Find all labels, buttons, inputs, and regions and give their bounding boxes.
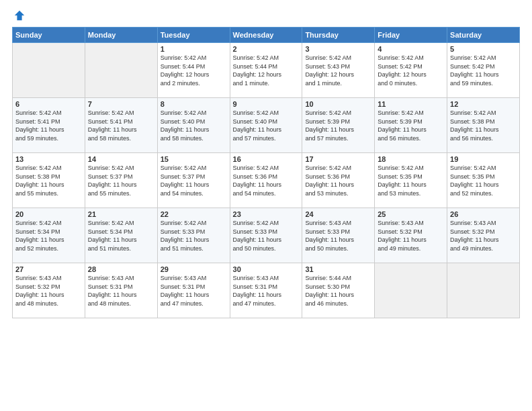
calendar-cell	[375, 263, 447, 318]
day-info: Sunrise: 5:42 AM Sunset: 5:39 PM Dayligh…	[378, 109, 444, 142]
day-info: Sunrise: 5:42 AM Sunset: 5:37 PM Dayligh…	[161, 164, 227, 197]
calendar-week-row: 13Sunrise: 5:42 AM Sunset: 5:38 PM Dayli…	[13, 153, 520, 208]
weekday-header: Thursday	[302, 28, 375, 43]
day-number: 31	[305, 265, 371, 273]
day-number: 5	[450, 45, 517, 53]
day-number: 28	[88, 265, 154, 273]
day-info: Sunrise: 5:43 AM Sunset: 5:31 PM Dayligh…	[88, 274, 154, 308]
day-number: 10	[305, 100, 371, 108]
day-info: Sunrise: 5:42 AM Sunset: 5:35 PM Dayligh…	[450, 164, 517, 197]
calendar-cell: 27Sunrise: 5:43 AM Sunset: 5:32 PM Dayli…	[13, 263, 85, 318]
calendar-cell: 29Sunrise: 5:43 AM Sunset: 5:31 PM Dayli…	[157, 263, 230, 318]
day-number: 19	[450, 155, 517, 163]
day-info: Sunrise: 5:42 AM Sunset: 5:42 PM Dayligh…	[450, 54, 517, 87]
day-info: Sunrise: 5:43 AM Sunset: 5:33 PM Dayligh…	[305, 219, 371, 253]
day-info: Sunrise: 5:42 AM Sunset: 5:40 PM Dayligh…	[161, 109, 227, 142]
day-info: Sunrise: 5:42 AM Sunset: 5:36 PM Dayligh…	[305, 164, 371, 197]
day-number: 3	[305, 45, 371, 53]
calendar-cell: 19Sunrise: 5:42 AM Sunset: 5:35 PM Dayli…	[447, 153, 520, 208]
calendar-cell: 11Sunrise: 5:42 AM Sunset: 5:39 PM Dayli…	[375, 98, 447, 153]
day-number: 23	[233, 210, 300, 218]
calendar-cell: 10Sunrise: 5:42 AM Sunset: 5:39 PM Dayli…	[302, 98, 375, 153]
calendar-cell	[85, 43, 157, 98]
calendar-cell: 13Sunrise: 5:42 AM Sunset: 5:38 PM Dayli…	[13, 153, 85, 208]
day-info: Sunrise: 5:42 AM Sunset: 5:40 PM Dayligh…	[233, 109, 300, 142]
day-info: Sunrise: 5:43 AM Sunset: 5:32 PM Dayligh…	[450, 219, 517, 253]
svg-marker-0	[15, 11, 24, 20]
calendar-page: SundayMondayTuesdayWednesdayThursdayFrid…	[0, 0, 532, 411]
calendar-cell: 30Sunrise: 5:43 AM Sunset: 5:31 PM Dayli…	[230, 263, 302, 318]
day-number: 6	[15, 100, 82, 108]
calendar-cell: 14Sunrise: 5:42 AM Sunset: 5:37 PM Dayli…	[85, 153, 157, 208]
day-number: 14	[88, 155, 154, 163]
logo-icon	[13, 9, 26, 21]
calendar-cell: 4Sunrise: 5:42 AM Sunset: 5:42 PM Daylig…	[375, 43, 447, 98]
calendar-cell: 16Sunrise: 5:42 AM Sunset: 5:36 PM Dayli…	[230, 153, 302, 208]
day-info: Sunrise: 5:42 AM Sunset: 5:34 PM Dayligh…	[15, 219, 82, 253]
calendar-cell: 15Sunrise: 5:42 AM Sunset: 5:37 PM Dayli…	[157, 153, 230, 208]
weekday-header: Wednesday	[230, 28, 302, 43]
day-number: 13	[15, 155, 82, 163]
day-info: Sunrise: 5:43 AM Sunset: 5:32 PM Dayligh…	[15, 274, 82, 308]
day-number: 20	[15, 210, 82, 218]
day-info: Sunrise: 5:42 AM Sunset: 5:39 PM Dayligh…	[305, 109, 371, 142]
calendar-cell: 22Sunrise: 5:42 AM Sunset: 5:33 PM Dayli…	[157, 208, 230, 263]
weekday-header: Tuesday	[157, 28, 230, 43]
day-number: 22	[161, 210, 227, 218]
day-info: Sunrise: 5:42 AM Sunset: 5:35 PM Dayligh…	[378, 164, 444, 197]
calendar-cell: 21Sunrise: 5:42 AM Sunset: 5:34 PM Dayli…	[85, 208, 157, 263]
calendar-cell: 26Sunrise: 5:43 AM Sunset: 5:32 PM Dayli…	[447, 208, 520, 263]
calendar-cell: 1Sunrise: 5:42 AM Sunset: 5:44 PM Daylig…	[157, 43, 230, 98]
day-number: 7	[88, 100, 154, 108]
calendar-cell: 5Sunrise: 5:42 AM Sunset: 5:42 PM Daylig…	[447, 43, 520, 98]
calendar-cell: 9Sunrise: 5:42 AM Sunset: 5:40 PM Daylig…	[230, 98, 302, 153]
day-number: 25	[378, 210, 444, 218]
day-info: Sunrise: 5:42 AM Sunset: 5:43 PM Dayligh…	[305, 54, 371, 87]
day-info: Sunrise: 5:43 AM Sunset: 5:31 PM Dayligh…	[233, 274, 300, 308]
day-info: Sunrise: 5:43 AM Sunset: 5:32 PM Dayligh…	[378, 219, 444, 253]
day-info: Sunrise: 5:42 AM Sunset: 5:41 PM Dayligh…	[15, 109, 82, 142]
day-info: Sunrise: 5:42 AM Sunset: 5:38 PM Dayligh…	[450, 109, 517, 142]
day-number: 9	[233, 100, 300, 108]
day-info: Sunrise: 5:43 AM Sunset: 5:31 PM Dayligh…	[161, 274, 227, 308]
calendar-cell: 12Sunrise: 5:42 AM Sunset: 5:38 PM Dayli…	[447, 98, 520, 153]
calendar-week-row: 20Sunrise: 5:42 AM Sunset: 5:34 PM Dayli…	[13, 208, 520, 263]
day-number: 21	[88, 210, 154, 218]
day-info: Sunrise: 5:42 AM Sunset: 5:33 PM Dayligh…	[233, 219, 300, 253]
weekday-header: Saturday	[447, 28, 520, 43]
day-info: Sunrise: 5:42 AM Sunset: 5:36 PM Dayligh…	[233, 164, 300, 197]
calendar-cell: 28Sunrise: 5:43 AM Sunset: 5:31 PM Dayli…	[85, 263, 157, 318]
calendar-cell: 6Sunrise: 5:42 AM Sunset: 5:41 PM Daylig…	[13, 98, 85, 153]
calendar-cell: 24Sunrise: 5:43 AM Sunset: 5:33 PM Dayli…	[302, 208, 375, 263]
calendar-cell: 17Sunrise: 5:42 AM Sunset: 5:36 PM Dayli…	[302, 153, 375, 208]
weekday-header: Monday	[85, 28, 157, 43]
calendar-cell: 25Sunrise: 5:43 AM Sunset: 5:32 PM Dayli…	[375, 208, 447, 263]
day-info: Sunrise: 5:42 AM Sunset: 5:34 PM Dayligh…	[88, 219, 154, 253]
weekday-header: Friday	[375, 28, 447, 43]
calendar-cell: 18Sunrise: 5:42 AM Sunset: 5:35 PM Dayli…	[375, 153, 447, 208]
logo	[12, 9, 26, 21]
calendar-cell: 8Sunrise: 5:42 AM Sunset: 5:40 PM Daylig…	[157, 98, 230, 153]
day-number: 18	[378, 155, 444, 163]
day-info: Sunrise: 5:42 AM Sunset: 5:38 PM Dayligh…	[15, 164, 82, 197]
calendar-cell: 31Sunrise: 5:44 AM Sunset: 5:30 PM Dayli…	[302, 263, 375, 318]
calendar-week-row: 27Sunrise: 5:43 AM Sunset: 5:32 PM Dayli…	[13, 263, 520, 318]
day-number: 26	[450, 210, 517, 218]
day-number: 2	[233, 45, 300, 53]
calendar-cell: 3Sunrise: 5:42 AM Sunset: 5:43 PM Daylig…	[302, 43, 375, 98]
day-number: 12	[450, 100, 517, 108]
calendar-week-row: 6Sunrise: 5:42 AM Sunset: 5:41 PM Daylig…	[13, 98, 520, 153]
day-number: 1	[161, 45, 227, 53]
day-number: 15	[161, 155, 227, 163]
calendar-cell: 2Sunrise: 5:42 AM Sunset: 5:44 PM Daylig…	[230, 43, 302, 98]
day-number: 4	[378, 45, 444, 53]
calendar-table: SundayMondayTuesdayWednesdayThursdayFrid…	[12, 27, 520, 318]
calendar-week-row: 1Sunrise: 5:42 AM Sunset: 5:44 PM Daylig…	[13, 43, 520, 98]
weekday-header-row: SundayMondayTuesdayWednesdayThursdayFrid…	[13, 28, 520, 43]
day-info: Sunrise: 5:44 AM Sunset: 5:30 PM Dayligh…	[305, 274, 371, 308]
day-number: 27	[15, 265, 82, 273]
day-info: Sunrise: 5:42 AM Sunset: 5:44 PM Dayligh…	[161, 54, 227, 87]
day-number: 29	[161, 265, 227, 273]
day-number: 17	[305, 155, 371, 163]
day-info: Sunrise: 5:42 AM Sunset: 5:41 PM Dayligh…	[88, 109, 154, 142]
